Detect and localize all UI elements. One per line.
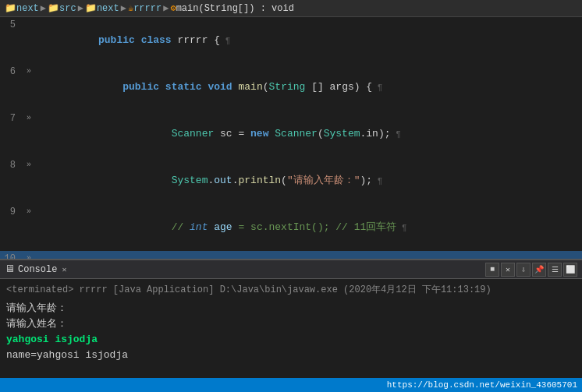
table-row: 9 » // int age = sc.nextInt(); // 11回车符 …	[0, 204, 582, 251]
line-number: 8	[0, 157, 22, 204]
breadcrumb-next2[interactable]: next	[97, 3, 119, 14]
line-number: 7	[0, 111, 22, 157]
scroll-lock-button[interactable]: ⇩	[516, 263, 531, 277]
stop-button[interactable]: ■	[485, 263, 499, 277]
table-row: 7 » Scanner sc = new Scanner(System.in);…	[0, 111, 582, 157]
console-line-name-prompt: 请输入姓名：	[6, 316, 576, 332]
breadcrumb-icon-folder1: 📁	[5, 2, 16, 14]
line-number: 9	[0, 204, 22, 251]
maximize-button[interactable]: ⬜	[563, 263, 577, 277]
line-arrow: »	[22, 111, 36, 157]
table-row: 8 » System.out.println("请输入年龄："); ¶	[0, 157, 582, 204]
line-code[interactable]: System.out.println("请输入年龄："); ¶	[36, 157, 582, 204]
breadcrumb-icon-class: ☕	[128, 2, 133, 14]
breadcrumb-method[interactable]: main(String[]) : void	[176, 3, 294, 14]
console-area: 🖥 Console ✕ ■ ✕ ⇩ 📌 ☰ ⬜ <terminated> rrr…	[0, 259, 582, 392]
line-number: 5	[0, 17, 22, 64]
table-row: 6 » public static void main(String [] ar…	[0, 64, 582, 111]
line-arrow: »	[22, 251, 36, 259]
sep1: ▶	[41, 2, 46, 14]
line-code[interactable]: public static void main(String [] args) …	[36, 64, 582, 111]
table-row: 10 » · ¶	[0, 251, 582, 259]
breadcrumb-icon-method: ⚙	[170, 2, 176, 14]
sep3: ▶	[121, 2, 126, 14]
table-row: 5 public class rrrrr { ¶	[0, 17, 582, 64]
status-bar: https://blog.csdn.net/weixin_43605701	[0, 378, 582, 392]
breadcrumb-next1[interactable]: next	[16, 3, 39, 14]
console-monitor-icon: 🖥	[5, 263, 15, 275]
console-toolbar: ■ ✕ ⇩ 📌 ☰ ⬜	[485, 263, 577, 277]
console-terminated-text: <terminated> rrrrr [Java Application] D:…	[6, 282, 576, 298]
line-arrow: »	[22, 157, 36, 204]
console-content: <terminated> rrrrr [Java Application] D:…	[0, 279, 582, 390]
line-arrow	[22, 17, 36, 64]
breadcrumb-bar: 📁 next ▶ 📁 src ▶ 📁 next ▶ ☕ rrrrr ▶ ⚙ ma…	[0, 0, 582, 17]
console-line-age-prompt: 请输入年龄：	[6, 301, 576, 316]
console-close-icon[interactable]: ✕	[62, 265, 66, 274]
line-arrow: »	[22, 204, 36, 251]
console-tab-label[interactable]: Console	[18, 264, 57, 275]
breadcrumb-icon-folder2: 📁	[48, 2, 59, 14]
code-table: 5 public class rrrrr { ¶ 6 » public stat…	[0, 17, 582, 259]
line-code[interactable]: Scanner sc = new Scanner(System.in); ¶	[36, 111, 582, 157]
view-button[interactable]: ☰	[548, 263, 562, 277]
pin-button[interactable]: 📌	[532, 263, 546, 277]
editor-area[interactable]: 5 public class rrrrr { ¶ 6 » public stat…	[0, 17, 582, 259]
console-header: 🖥 Console ✕ ■ ✕ ⇩ 📌 ☰ ⬜	[0, 260, 582, 279]
status-url[interactable]: https://blog.csdn.net/weixin_43605701	[387, 380, 577, 390]
line-number: 6	[0, 64, 22, 111]
line-code[interactable]: // int age = sc.nextInt(); // 11回车符 ¶	[36, 204, 582, 251]
breadcrumb-icon-folder3: 📁	[85, 2, 97, 14]
console-line-output: name=yahgosi isjodja	[6, 348, 576, 363]
console-title-group: 🖥 Console ✕	[5, 263, 66, 275]
line-code[interactable]: public class rrrrr { ¶	[36, 17, 582, 64]
sep2: ▶	[78, 2, 83, 14]
line-code[interactable]: · ¶	[36, 251, 582, 259]
console-line-user-input: yahgosi isjodja	[6, 332, 576, 348]
line-number: 10	[0, 251, 22, 259]
breadcrumb-src[interactable]: src	[59, 3, 76, 14]
line-arrow: »	[22, 64, 36, 111]
clear-button[interactable]: ✕	[501, 263, 515, 277]
breadcrumb-rrrrr[interactable]: rrrrr	[133, 3, 161, 14]
sep4: ▶	[163, 2, 169, 14]
